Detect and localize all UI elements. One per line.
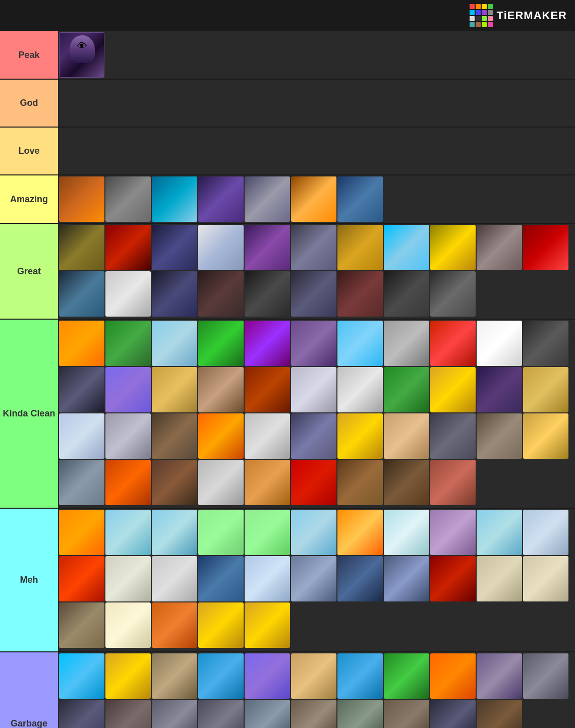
list-item[interactable] (245, 321, 290, 366)
list-item[interactable] (59, 271, 104, 317)
list-item[interactable] (152, 176, 197, 222)
list-item[interactable] (152, 460, 197, 505)
list-item[interactable] (384, 510, 429, 555)
list-item[interactable] (105, 556, 151, 601)
list-item[interactable] (105, 510, 151, 555)
list-item[interactable] (291, 413, 336, 459)
list-item[interactable] (430, 700, 476, 728)
list-item[interactable] (477, 225, 522, 270)
list-item[interactable] (477, 556, 522, 601)
list-item[interactable] (477, 413, 522, 459)
list-item[interactable] (291, 367, 336, 412)
list-item[interactable] (337, 367, 383, 412)
list-item[interactable] (337, 176, 383, 222)
list-item[interactable] (291, 460, 336, 505)
list-item[interactable] (384, 653, 429, 699)
list-item[interactable] (523, 510, 568, 555)
list-item[interactable] (384, 271, 429, 317)
list-item[interactable] (430, 367, 476, 412)
list-item[interactable] (245, 510, 290, 555)
list-item[interactable] (152, 700, 197, 728)
list-item[interactable] (245, 367, 290, 412)
list-item[interactable] (523, 225, 568, 270)
list-item[interactable] (337, 413, 383, 459)
list-item[interactable] (105, 460, 151, 505)
list-item[interactable] (337, 653, 383, 699)
list-item[interactable] (477, 510, 522, 555)
list-item[interactable] (337, 700, 383, 728)
list-item[interactable] (105, 176, 151, 222)
list-item[interactable] (59, 413, 104, 459)
list-item[interactable] (291, 321, 336, 366)
list-item[interactable] (337, 321, 383, 366)
list-item[interactable] (198, 602, 244, 648)
list-item[interactable] (430, 271, 476, 317)
list-item[interactable] (59, 653, 104, 699)
list-item[interactable] (384, 367, 429, 412)
list-item[interactable] (245, 602, 290, 648)
list-item[interactable] (105, 602, 151, 648)
list-item[interactable] (198, 653, 244, 699)
list-item[interactable] (430, 556, 476, 601)
list-item[interactable] (152, 413, 197, 459)
list-item[interactable] (198, 176, 244, 222)
list-item[interactable] (198, 460, 244, 505)
list-item[interactable] (430, 413, 476, 459)
list-item[interactable] (152, 367, 197, 412)
list-item[interactable] (291, 700, 336, 728)
list-item[interactable] (477, 321, 522, 366)
list-item[interactable] (59, 225, 104, 270)
list-item[interactable] (291, 176, 336, 222)
list-item[interactable] (105, 321, 151, 366)
list-item[interactable] (152, 510, 197, 555)
list-item[interactable] (198, 321, 244, 366)
list-item[interactable] (198, 556, 244, 601)
list-item[interactable] (152, 556, 197, 601)
list-item[interactable] (337, 225, 383, 270)
list-item[interactable] (245, 460, 290, 505)
list-item[interactable] (245, 556, 290, 601)
list-item[interactable] (198, 700, 244, 728)
list-item[interactable] (105, 271, 151, 317)
list-item[interactable] (477, 367, 522, 412)
list-item[interactable] (291, 225, 336, 270)
list-item[interactable] (59, 700, 104, 728)
list-item[interactable] (523, 556, 568, 601)
list-item[interactable] (337, 556, 383, 601)
list-item[interactable] (291, 271, 336, 317)
list-item[interactable] (198, 413, 244, 459)
list-item[interactable] (198, 225, 244, 270)
list-item[interactable] (59, 510, 104, 555)
list-item[interactable] (59, 367, 104, 412)
list-item[interactable] (152, 225, 197, 270)
list-item[interactable] (59, 556, 104, 601)
list-item[interactable] (245, 176, 290, 222)
list-item[interactable] (59, 32, 104, 78)
list-item[interactable] (291, 510, 336, 555)
list-item[interactable] (337, 271, 383, 317)
list-item[interactable] (430, 510, 476, 555)
list-item[interactable] (477, 653, 522, 699)
list-item[interactable] (59, 321, 104, 366)
list-item[interactable] (245, 271, 290, 317)
list-item[interactable] (384, 460, 429, 505)
list-item[interactable] (384, 413, 429, 459)
list-item[interactable] (59, 176, 104, 222)
list-item[interactable] (105, 700, 151, 728)
list-item[interactable] (152, 271, 197, 317)
list-item[interactable] (245, 225, 290, 270)
list-item[interactable] (384, 321, 429, 366)
list-item[interactable] (430, 460, 476, 505)
list-item[interactable] (523, 321, 568, 366)
list-item[interactable] (198, 510, 244, 555)
list-item[interactable] (245, 700, 290, 728)
list-item[interactable] (477, 700, 522, 728)
list-item[interactable] (105, 367, 151, 412)
list-item[interactable] (384, 700, 429, 728)
list-item[interactable] (245, 653, 290, 699)
list-item[interactable] (337, 460, 383, 505)
list-item[interactable] (198, 271, 244, 317)
list-item[interactable] (523, 367, 568, 412)
list-item[interactable] (430, 653, 476, 699)
list-item[interactable] (291, 653, 336, 699)
